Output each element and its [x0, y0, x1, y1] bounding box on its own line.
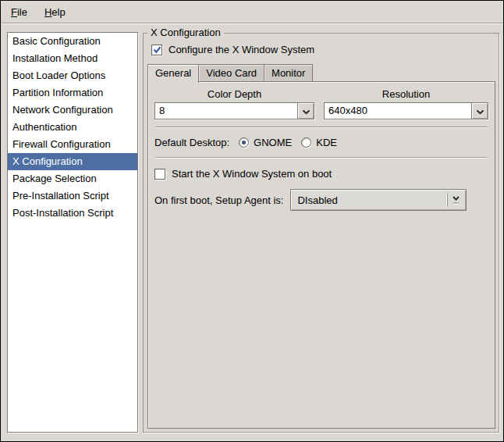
frame-title: X Configuration: [147, 27, 224, 39]
tab-monitor[interactable]: Monitor: [264, 64, 313, 81]
color-depth-group: Color Depth 8: [154, 88, 314, 119]
tab-strip: General Video Card Monitor: [147, 64, 495, 81]
radio-kde[interactable]: KDE: [301, 137, 337, 148]
resolution-label: Resolution: [324, 88, 488, 100]
tab-panel-general: Color Depth 8 Resolution: [147, 81, 495, 429]
checkbox-unchecked-icon[interactable]: [154, 169, 165, 180]
start-x-on-boot-checkbox[interactable]: Start the X Window System on boot: [154, 168, 332, 180]
chevron-down-icon: [302, 105, 311, 117]
default-desktop-label: Default Desktop:: [154, 137, 229, 148]
sidebar-item-authentication[interactable]: Authentication: [8, 119, 137, 136]
sidebar-item-package-selection[interactable]: Package Selection: [8, 170, 137, 187]
color-depth-combo[interactable]: 8: [154, 102, 314, 119]
separator: [155, 127, 488, 128]
sidebar-item-post-installation-script[interactable]: Post-Installation Script: [8, 205, 137, 222]
color-depth-dropdown-button[interactable]: [297, 102, 314, 119]
x-config-notebook: General Video Card Monitor Color Depth 8: [147, 64, 495, 429]
kickstart-configurator-window: File Help Basic Configuration Installati…: [0, 0, 504, 442]
setup-agent-dropdown[interactable]: DIsabled: [290, 189, 467, 211]
chevron-down-icon: [476, 105, 484, 117]
sidebar-item-firewall-configuration[interactable]: Firewall Configuration: [8, 136, 137, 153]
default-desktop-row: Default Desktop: GNOME KDE: [154, 134, 488, 150]
resolution-value[interactable]: 640x480: [324, 102, 471, 119]
configure-x-checkbox[interactable]: Configure the X Window System: [151, 44, 314, 55]
dropdown-arrow-icon: [447, 193, 463, 207]
menu-help[interactable]: Help: [39, 3, 71, 21]
radio-gnome[interactable]: GNOME: [239, 137, 292, 148]
color-depth-value[interactable]: 8: [154, 102, 297, 119]
tab-video-card[interactable]: Video Card: [198, 64, 264, 81]
radio-kde-label: KDE: [316, 137, 337, 148]
resolution-group: Resolution 640x480: [324, 88, 488, 119]
x-configuration-frame: X Configuration Configure the X Window S…: [143, 33, 499, 433]
setup-agent-row: On first boot, Setup Agent is: DIsabled: [154, 189, 488, 211]
sidebar-list: Basic Configuration Installation Method …: [7, 32, 138, 433]
separator: [155, 157, 488, 159]
dropdown-dash: [453, 202, 459, 204]
sidebar-item-pre-installation-script[interactable]: Pre-Installation Script: [8, 187, 137, 205]
sidebar-item-basic-configuration[interactable]: Basic Configuration: [8, 33, 137, 50]
color-depth-label: Color Depth: [154, 88, 314, 100]
resolution-dropdown-button[interactable]: [471, 102, 488, 119]
resolution-combo[interactable]: 640x480: [324, 102, 488, 119]
setup-agent-label: On first boot, Setup Agent is:: [154, 194, 283, 206]
menu-file[interactable]: File: [5, 3, 33, 21]
checkbox-checked-icon[interactable]: [151, 45, 162, 55]
sidebar-item-boot-loader-options[interactable]: Boot Loader Options: [8, 67, 137, 84]
configure-x-label: Configure the X Window System: [169, 44, 314, 55]
sidebar-item-installation-method[interactable]: Installation Method: [8, 50, 137, 67]
sidebar-item-x-configuration[interactable]: X Configuration: [8, 153, 137, 170]
depth-resolution-row: Color Depth 8 Resolution: [154, 88, 488, 119]
radio-selected-icon[interactable]: [239, 137, 249, 148]
tab-general[interactable]: General: [147, 64, 199, 83]
setup-agent-value: DIsabled: [297, 194, 447, 206]
radio-gnome-label: GNOME: [254, 137, 292, 148]
radio-unselected-icon[interactable]: [301, 137, 311, 148]
menu-bar: File Help: [1, 1, 503, 23]
start-x-on-boot-label: Start the X Window System on boot: [172, 168, 332, 180]
sidebar-item-partition-information[interactable]: Partition Information: [8, 84, 137, 102]
sidebar-item-network-configuration[interactable]: Network Configuration: [8, 102, 137, 119]
